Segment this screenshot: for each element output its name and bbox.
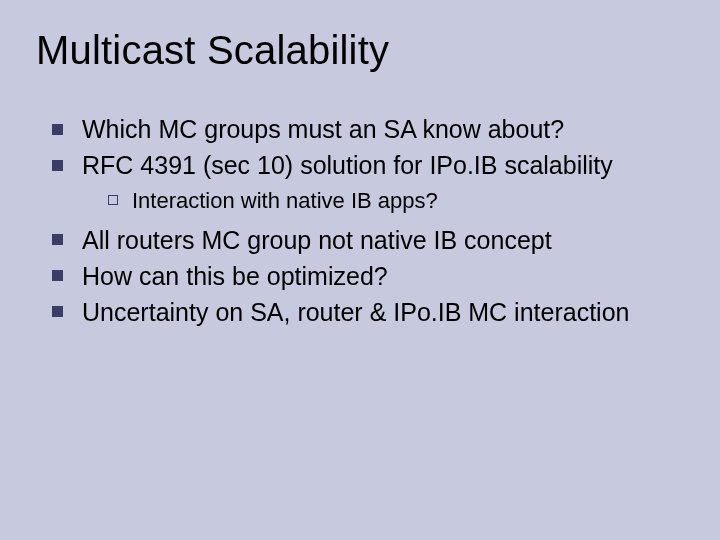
list-item: Which MC groups must an SA know about? [52,113,684,145]
bullet-text: All routers MC group not native IB conce… [82,226,552,254]
list-item: How can this be optimized? [52,260,684,292]
bullet-text: How can this be optimized? [82,262,388,290]
list-item: Interaction with native IB apps? [108,187,684,216]
bullet-list: Which MC groups must an SA know about? R… [36,113,684,328]
bullet-text: Interaction with native IB apps? [132,188,438,213]
list-item: All routers MC group not native IB conce… [52,224,684,256]
list-item: Uncertainty on SA, router & IPo.IB MC in… [52,296,684,328]
bullet-text: Uncertainty on SA, router & IPo.IB MC in… [82,298,629,326]
slide: Multicast Scalability Which MC groups mu… [0,0,720,540]
sub-bullet-list: Interaction with native IB apps? [82,187,684,216]
slide-title: Multicast Scalability [36,28,684,73]
bullet-text: RFC 4391 (sec 10) solution for IPo.IB sc… [82,151,613,179]
list-item: RFC 4391 (sec 10) solution for IPo.IB sc… [52,149,684,216]
bullet-text: Which MC groups must an SA know about? [82,115,564,143]
